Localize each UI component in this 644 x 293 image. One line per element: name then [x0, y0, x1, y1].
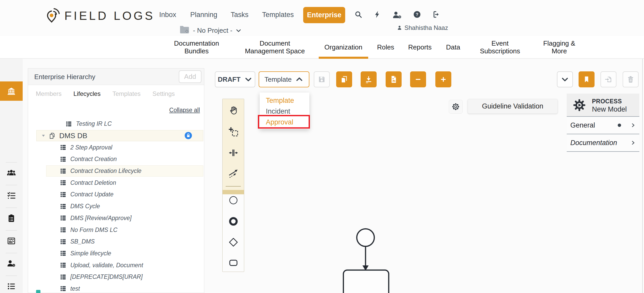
tree-item[interactable]: Simple lifecycle — [28, 248, 204, 259]
top-nav-item[interactable]: Planning — [190, 0, 217, 29]
lasso-tool[interactable] — [228, 126, 239, 137]
status-dot — [618, 124, 621, 127]
status-dropdown[interactable]: DRAFT — [215, 71, 255, 87]
sidebar-item-tasks[interactable] — [0, 186, 23, 205]
save-icon — [318, 75, 326, 83]
task-rectangle[interactable] — [228, 257, 239, 269]
task-shape[interactable] — [343, 270, 389, 293]
scrollbar[interactable] — [642, 59, 643, 293]
help-icon[interactable]: ? — [413, 11, 421, 18]
user-settings-icon[interactable] — [393, 11, 402, 18]
tree-item[interactable]: test — [28, 283, 204, 293]
enterprise-button[interactable]: Enterprise — [303, 7, 345, 23]
module-nav-item[interactable]: Event Subscriptions — [480, 36, 520, 59]
inspector-row[interactable]: General — [567, 117, 639, 134]
collapse-all-link[interactable]: Collapse all — [169, 107, 200, 114]
status-label: DRAFT — [218, 76, 240, 83]
grid-icon — [60, 239, 66, 245]
sidebar-item-enterprise[interactable] — [0, 81, 23, 101]
search-icon[interactable] — [354, 11, 362, 18]
top-nav-item[interactable]: Templates — [262, 0, 294, 29]
save-button[interactable] — [314, 71, 330, 87]
project-label: - No Project - — [193, 27, 232, 35]
panel-tab[interactable]: Lifecycles — [73, 90, 100, 97]
copy-button[interactable] — [336, 71, 352, 87]
space-tool[interactable] — [228, 147, 239, 158]
grid-icon — [60, 250, 66, 256]
tree-item[interactable]: DMS DB — [28, 130, 204, 142]
current-user[interactable]: Shahistha Naaz — [397, 24, 448, 31]
sidebar-item-user-management[interactable] — [0, 254, 23, 273]
partial-chat-button[interactable] — [36, 290, 40, 293]
sidebar-item-members[interactable] — [0, 163, 23, 182]
tree-item-label: No Form DMS LC — [70, 227, 117, 233]
minus-icon — [414, 75, 422, 83]
connect-tool[interactable] — [228, 168, 239, 179]
panel-tab[interactable]: Settings — [152, 90, 175, 97]
validation-settings-button[interactable] — [449, 100, 463, 114]
panel-tab[interactable]: Templates — [112, 90, 140, 97]
module-nav-item[interactable]: Reports — [408, 36, 431, 59]
tree-item[interactable]: Contract Update — [28, 189, 204, 200]
top-nav-item[interactable]: Inbox — [159, 0, 176, 29]
delete-button[interactable] — [623, 71, 639, 87]
export-file-button[interactable] — [600, 71, 616, 87]
caret-down-icon[interactable] — [41, 134, 45, 138]
zoom-in-button[interactable] — [435, 71, 451, 87]
top-nav-item[interactable]: Tasks — [231, 0, 248, 29]
panel-tab[interactable]: Members — [36, 90, 62, 97]
tree-item[interactable]: Contract Creation Lifecycle — [28, 165, 204, 177]
checklist-icon — [7, 191, 16, 200]
sidebar-item-lists[interactable] — [0, 277, 23, 293]
download-button[interactable] — [361, 71, 377, 87]
process-header: PROCESS New Model — [567, 94, 639, 117]
end-event-circle[interactable] — [228, 216, 239, 227]
tree-item[interactable]: Contract Deletion — [28, 177, 204, 189]
inspector-row-label: General — [570, 121, 595, 129]
panel-tabs: MembersLifecyclesTemplatesSettings — [36, 90, 175, 97]
hand-tool[interactable] — [228, 105, 239, 116]
sidebar-item-audits[interactable] — [0, 208, 23, 228]
inspector-row[interactable]: Documentation — [567, 134, 639, 152]
start-event-circle[interactable] — [228, 195, 239, 206]
type-menu-option[interactable]: Template — [260, 95, 309, 106]
tree-item[interactable]: 2 Step Approval — [28, 141, 204, 153]
logout-icon[interactable] — [432, 11, 440, 18]
grid-icon — [60, 192, 66, 197]
collapse-panel-button[interactable] — [557, 71, 573, 87]
module-nav-item[interactable]: Document Management Space — [245, 36, 305, 59]
properties-panel: PROCESS New Model General Documentation — [567, 94, 639, 152]
add-button[interactable]: Add — [179, 70, 201, 83]
type-dropdown[interactable]: Template — [259, 71, 309, 87]
guideline-validation-button[interactable]: Guideline Validation — [468, 99, 558, 114]
lightning-icon[interactable] — [374, 11, 381, 18]
tree-item[interactable]: SB_DMS — [28, 236, 204, 248]
sidebar-divider — [6, 207, 17, 208]
tree-item[interactable]: [DEPRECATE]DMS[URAR] — [28, 271, 204, 283]
project-selector[interactable]: - No Project - — [180, 26, 242, 36]
module-nav-item[interactable]: Flagging & More — [543, 36, 575, 59]
bookmark-button[interactable] — [579, 71, 595, 87]
sidebar-divider — [6, 185, 17, 185]
tree-item[interactable]: Upload, validate, Document — [28, 259, 204, 271]
tree-item[interactable]: No Form DMS LC — [28, 224, 204, 236]
start-event-shape[interactable] — [357, 229, 374, 246]
tree-item[interactable]: Contract Creation — [28, 153, 204, 165]
sidebar-divider — [6, 253, 17, 253]
tree-item[interactable]: Testing IR LC — [28, 118, 204, 130]
module-nav: Documentation BundlesDocument Management… — [0, 36, 644, 59]
tree-item[interactable]: DMS [Review/Approve] — [28, 212, 204, 224]
trash-icon — [626, 75, 635, 83]
clipboard-icon — [7, 214, 16, 223]
bank-icon — [7, 87, 16, 96]
module-nav-item[interactable]: Roles — [377, 36, 394, 59]
module-nav-item[interactable]: Organization — [324, 36, 362, 59]
element-kind-label: PROCESS — [592, 98, 622, 105]
tree-item[interactable]: DMS Cycle — [28, 200, 204, 212]
zoom-out-button[interactable] — [410, 71, 426, 87]
export-image-button[interactable] — [386, 71, 402, 87]
gateway-diamond[interactable] — [228, 237, 239, 248]
sidebar-item-forms[interactable] — [0, 231, 23, 250]
module-nav-item[interactable]: Data — [446, 36, 460, 59]
module-nav-item[interactable]: Documentation Bundles — [174, 36, 219, 59]
